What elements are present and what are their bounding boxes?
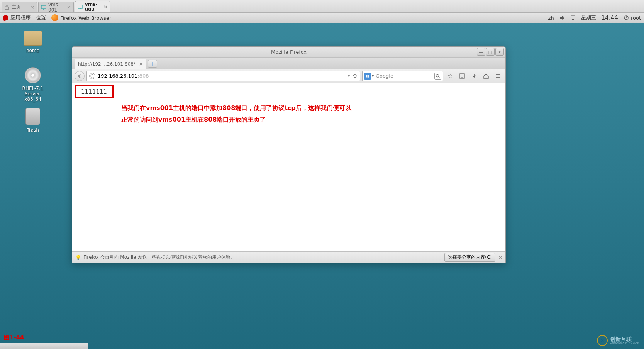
svg-rect-2 <box>78 5 83 8</box>
page-body-text: 1111111 <box>75 85 114 98</box>
svg-rect-0 <box>41 5 46 9</box>
search-placeholder: Google <box>376 73 434 79</box>
annotation-line2: 正常的访问到vms001主机在808端口开放的主页了 <box>121 114 351 125</box>
trash-icon <box>25 108 40 125</box>
svg-rect-5 <box>572 19 574 20</box>
browser-toolbar: 192.168.26.101:808 ▾ g ▾ Google ☆ <box>72 69 505 83</box>
shell-tab-label: vms-002 <box>85 2 102 12</box>
shell-tab-vms002[interactable]: vms-002 × <box>75 1 110 12</box>
shell-tab-vms001[interactable]: vms-001 × <box>38 2 74 12</box>
icon-label-line2: x86_64 <box>16 97 49 102</box>
network-icon[interactable] <box>570 15 576 20</box>
bookmark-star-icon[interactable]: ☆ <box>445 71 455 81</box>
browser-tab[interactable]: http://192....26.101:808/ × <box>75 59 146 69</box>
icon-label: home <box>16 48 49 53</box>
search-bar[interactable]: g ▾ Google <box>362 71 443 81</box>
hamburger-menu-icon[interactable] <box>493 71 503 81</box>
desktop-icon-disc[interactable]: RHEL-7.1 Server. x86_64 <box>16 67 49 102</box>
shell-tab-label: vms-001 <box>48 2 65 13</box>
svg-rect-4 <box>571 16 575 19</box>
home-icon[interactable] <box>481 71 491 81</box>
watermark-brand: 创新互联 <box>610 337 639 341</box>
window-title: Mozilla Firefox <box>271 49 307 55</box>
places-menu[interactable]: 位置 <box>36 14 46 21</box>
close-button[interactable]: × <box>495 48 504 56</box>
svg-rect-3 <box>80 8 81 9</box>
annotation-text: 当我们在vms001主机的端口中添加808端口，使用了协议tcp后，这样我们便可… <box>121 102 351 125</box>
shell-tab-bar: 主页 × vms-001 × vms-002 × <box>0 0 644 13</box>
user-menu[interactable]: root <box>624 15 641 21</box>
browser-tab-strip: http://192....26.101:808/ × + <box>72 58 505 69</box>
watermark-sub: CHUANGXIN HULIAN <box>610 341 639 344</box>
close-icon[interactable]: × <box>67 4 71 10</box>
annotation-line1: 当我们在vms001主机的端口中添加808端口，使用了协议tcp后，这样我们便可… <box>121 102 351 114</box>
close-icon[interactable]: × <box>30 4 34 10</box>
tab-title: http://192....26.101:808/ <box>78 61 135 67</box>
vm-icon <box>41 5 46 10</box>
shell-tab-home[interactable]: 主页 × <box>2 2 37 12</box>
search-engine-icon[interactable]: g <box>364 73 371 80</box>
applications-label: 应用程序 <box>10 14 31 21</box>
globe-icon <box>89 73 95 79</box>
svg-line-9 <box>439 77 440 78</box>
volume-icon[interactable] <box>559 15 565 20</box>
clock-time[interactable]: 14:44 <box>602 14 618 21</box>
close-icon[interactable]: × <box>139 61 143 67</box>
desktop-icon-trash[interactable]: Trash <box>16 108 49 133</box>
redhat-icon <box>2 14 9 21</box>
places-label: 位置 <box>36 14 46 21</box>
url-bar[interactable]: 192.168.26.101:808 ▾ <box>86 71 360 81</box>
gnome-top-panel: 应用程序 位置 Firefox Web Browser zh 星期三 14:44… <box>0 13 644 23</box>
maximize-button[interactable]: □ <box>486 48 495 56</box>
folder-icon <box>24 31 42 46</box>
watermark: ✕ 创新互联 CHUANGXIN HULIAN <box>597 335 639 346</box>
dropdown-icon[interactable]: ▾ <box>348 74 350 78</box>
url-host: 192.168.26.101 <box>98 73 137 79</box>
icon-label-line1: RHEL-7.1 Server. <box>16 86 49 97</box>
power-icon <box>624 15 629 20</box>
new-tab-button[interactable]: + <box>148 60 157 68</box>
taskbar-stub[interactable] <box>0 343 88 349</box>
ime-indicator[interactable]: zh <box>548 15 554 21</box>
minimize-button[interactable]: — <box>477 48 485 56</box>
icon-label: Trash <box>16 127 49 133</box>
page-content: 1111111 当我们在vms001主机的端口中添加808端口，使用了协议tcp… <box>72 83 505 251</box>
window-titlebar[interactable]: Mozilla Firefox — □ × <box>72 47 505 58</box>
user-label: root <box>631 15 641 21</box>
applications-menu[interactable]: 应用程序 <box>3 14 31 21</box>
svg-point-8 <box>436 74 439 77</box>
firefox-icon <box>51 14 58 21</box>
share-content-button[interactable]: 选择要分享的内容(C) <box>444 253 495 262</box>
clock-day[interactable]: 星期三 <box>581 14 596 21</box>
chevron-down-icon[interactable]: ▾ <box>372 74 374 78</box>
status-text: Firefox 会自动向 Mozilla 发送一些数据以便我们能够改善您的用户体… <box>83 254 235 261</box>
dismiss-icon[interactable]: × <box>498 255 502 260</box>
active-app-label: Firefox Web Browser <box>60 15 111 21</box>
figure-label: 图1-44 <box>4 334 24 341</box>
svg-rect-1 <box>43 9 44 10</box>
shell-tab-label: 主页 <box>12 4 21 10</box>
back-button[interactable] <box>75 71 85 81</box>
firefox-window: Mozilla Firefox — □ × http://192....26.1… <box>72 46 506 263</box>
lightbulb-icon: 💡 <box>75 255 81 260</box>
downloads-icon[interactable] <box>469 71 479 81</box>
url-port: :808 <box>137 73 149 79</box>
active-app-indicator[interactable]: Firefox Web Browser <box>51 14 111 21</box>
disc-icon <box>25 67 41 83</box>
watermark-logo-icon: ✕ <box>597 335 608 346</box>
close-icon[interactable]: × <box>103 4 108 10</box>
status-bar: 💡 Firefox 会自动向 Mozilla 发送一些数据以便我们能够改善您的用… <box>72 251 505 263</box>
search-icon[interactable] <box>434 73 441 80</box>
reload-button[interactable] <box>352 73 358 79</box>
desktop-icon-home[interactable]: home <box>16 31 49 53</box>
vm-icon <box>78 4 83 10</box>
home-icon <box>4 5 10 10</box>
reader-icon[interactable] <box>457 71 467 81</box>
